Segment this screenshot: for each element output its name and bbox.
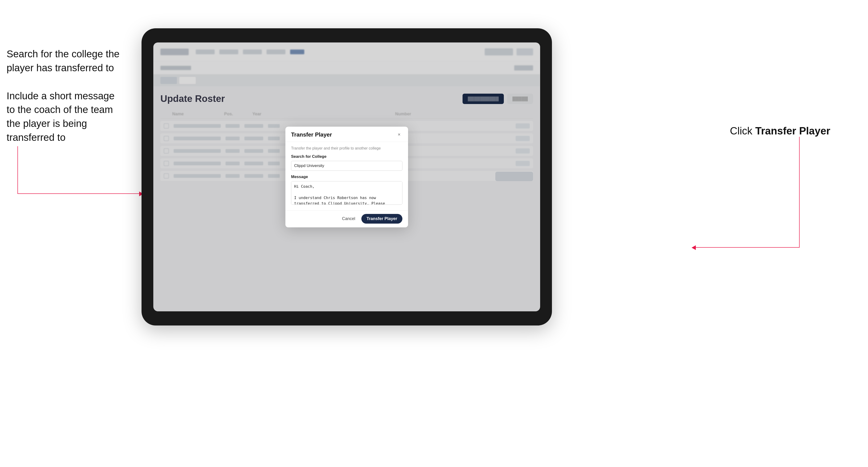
modal-header: Transfer Player ×: [285, 127, 408, 142]
left-arrow-vertical: [18, 146, 18, 193]
message-textarea[interactable]: Hi Coach, I understand Chris Robertson h…: [291, 181, 402, 205]
left-arrow-horizontal: [18, 193, 140, 194]
annotation-left: Search for the college the player has tr…: [7, 47, 129, 145]
modal-footer: Cancel Transfer Player: [285, 210, 408, 227]
modal-close-button[interactable]: ×: [396, 131, 402, 138]
search-college-input[interactable]: [291, 161, 402, 171]
modal-description: Transfer the player and their profile to…: [291, 146, 402, 151]
modal-body: Transfer the player and their profile to…: [285, 142, 408, 210]
modal-overlay: Transfer Player × Transfer the player an…: [153, 42, 540, 311]
tablet-screen: Update Roster ▓▓▓▓▓▓▓▓▓▓ ▓▓▓▓▓ Name Pos.…: [153, 42, 540, 311]
modal-title: Transfer Player: [291, 131, 332, 138]
message-label: Message: [291, 175, 402, 179]
right-arrow-head: [691, 245, 696, 250]
right-arrow-vertical: [799, 137, 800, 248]
annotation-right: Click Transfer Player: [730, 125, 830, 137]
annotation-text-1: Search for the college the player has tr…: [7, 47, 129, 75]
right-arrow-horizontal: [695, 247, 799, 248]
search-college-label: Search for College: [291, 154, 402, 159]
annotation-text-2: Include a short message to the coach of …: [7, 89, 129, 145]
transfer-player-modal: Transfer Player × Transfer the player an…: [285, 127, 408, 227]
cancel-button[interactable]: Cancel: [339, 214, 359, 223]
transfer-player-button[interactable]: Transfer Player: [361, 214, 402, 224]
tablet-frame: Update Roster ▓▓▓▓▓▓▓▓▓▓ ▓▓▓▓▓ Name Pos.…: [142, 28, 552, 325]
